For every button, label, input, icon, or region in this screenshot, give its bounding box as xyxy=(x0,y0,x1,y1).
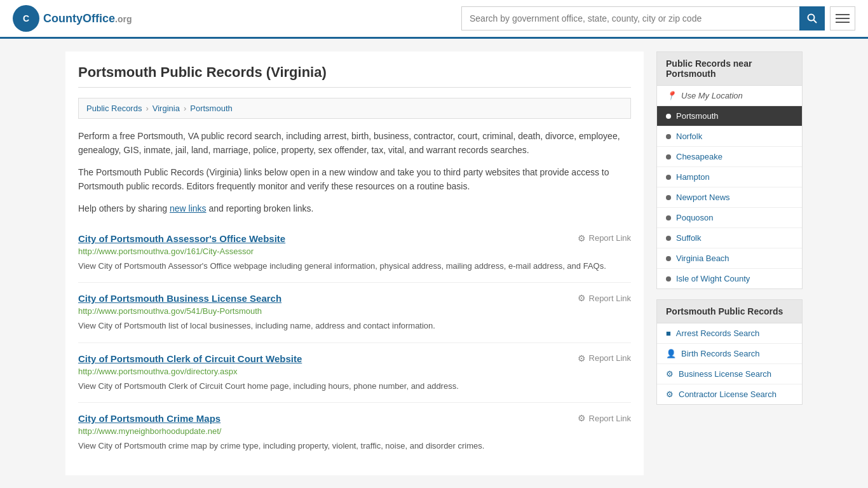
record-item: City of Portsmouth Crime Maps ⚙ Report L… xyxy=(78,403,631,463)
report-icon-1: ⚙ xyxy=(578,293,586,303)
record-title-1[interactable]: City of Portsmouth Business License Sear… xyxy=(78,293,281,304)
sidebar-nearby-isle-of-wight-county[interactable]: Isle of Wight County xyxy=(657,269,802,288)
nearby-header: Public Records near Portsmouth xyxy=(657,52,802,86)
search-button[interactable] xyxy=(799,6,825,30)
report-icon-3: ⚙ xyxy=(578,413,586,423)
records-container: City of Portsmouth Assessor's Office Web… xyxy=(78,223,631,463)
sidebar-records: ■ Arrest Records Search 👤 Birth Records … xyxy=(657,323,802,404)
sidebar-record-icon-0: ■ xyxy=(666,329,671,338)
sidebar-dot-icon xyxy=(666,154,671,159)
sidebar-nearby-label: Newport News xyxy=(676,193,730,202)
record-url-2[interactable]: http://www.portsmouthva.gov/directory.as… xyxy=(78,367,631,376)
svg-line-3 xyxy=(814,20,817,24)
sidebar-record-birth-records-search[interactable]: 👤 Birth Records Search xyxy=(657,344,802,364)
hamburger-icon xyxy=(836,14,850,23)
search-icon xyxy=(807,13,817,24)
sidebar-nearby-label: Norfolk xyxy=(676,132,702,141)
location-pin-icon: 📍 xyxy=(666,91,676,100)
record-url-1[interactable]: http://www.portsmouthva.gov/541/Buy-Port… xyxy=(78,306,631,316)
svg-text:C: C xyxy=(23,13,29,24)
sidebar-nearby-label: Isle of Wight County xyxy=(676,274,750,283)
sidebar-dot-icon xyxy=(666,276,671,281)
sidebar-record-contractor-license-search[interactable]: ⚙ Contractor License Search xyxy=(657,384,802,404)
search-input[interactable] xyxy=(461,6,799,30)
content-area: Portsmouth Public Records (Virginia) Pub… xyxy=(65,51,644,475)
record-url-0[interactable]: http://www.portsmouthva.gov/161/City-Ass… xyxy=(78,247,631,256)
nearby-section: Public Records near Portsmouth 📍 Use My … xyxy=(656,51,803,289)
breadcrumb-link-virginia[interactable]: Virginia xyxy=(153,104,180,113)
nearby-items: PortsmouthNorfolkChesapeakeHamptonNewpor… xyxy=(657,106,802,288)
report-link-2[interactable]: ⚙ Report Link xyxy=(578,353,631,363)
use-my-location[interactable]: 📍 Use My Location xyxy=(657,86,802,106)
report-link-0[interactable]: ⚙ Report Link xyxy=(578,233,631,243)
report-icon-2: ⚙ xyxy=(578,353,586,363)
sidebar-dot-icon xyxy=(666,175,671,180)
sidebar-dot-icon xyxy=(666,114,671,119)
record-url-3[interactable]: http://www.myneighborhoodupdate.net/ xyxy=(78,426,631,436)
new-links-link[interactable]: new links xyxy=(170,203,207,214)
sidebar-dot-icon xyxy=(666,256,671,261)
sidebar-nearby-portsmouth[interactable]: Portsmouth xyxy=(657,106,802,126)
site-header: C CountyOffice.org xyxy=(0,0,868,39)
sidebar-nearby-label: Portsmouth xyxy=(676,111,718,121)
sidebar-nearby-hampton[interactable]: Hampton xyxy=(657,167,802,187)
record-title-3[interactable]: City of Portsmouth Crime Maps xyxy=(78,413,220,424)
record-title-2[interactable]: City of Portsmouth Clerk of Circuit Cour… xyxy=(78,353,302,364)
sidebar-dot-icon xyxy=(666,195,671,200)
breadcrumb-sep-1: › xyxy=(146,104,148,113)
sidebar-record-business-license-search[interactable]: ⚙ Business License Search xyxy=(657,364,802,384)
record-desc-3: View City of Portsmouth crime map by cri… xyxy=(78,440,631,452)
sidebar-dot-icon xyxy=(666,236,671,241)
description-1: Perform a free Portsmouth, VA public rec… xyxy=(78,129,631,158)
record-item: City of Portsmouth Business License Sear… xyxy=(78,283,631,343)
sidebar-dot-icon xyxy=(666,215,671,220)
breadcrumb-sep-2: › xyxy=(184,104,186,113)
description-2: The Portsmouth Public Records (Virginia)… xyxy=(78,165,631,194)
sidebar-record-label-1: Birth Records Search xyxy=(681,349,760,358)
sidebar-record-label-2: Business License Search xyxy=(679,369,771,379)
sidebar-nearby-label: Virginia Beach xyxy=(676,254,729,263)
sidebar: Public Records near Portsmouth 📍 Use My … xyxy=(656,51,803,475)
sidebar-nearby-virginia-beach[interactable]: Virginia Beach xyxy=(657,248,802,269)
sidebar-record-icon-2: ⚙ xyxy=(666,369,674,379)
record-desc-0: View City of Portsmouth Assessor's Offic… xyxy=(78,260,631,273)
report-link-1[interactable]: ⚙ Report Link xyxy=(578,293,631,303)
records-section-header: Portsmouth Public Records xyxy=(657,300,802,323)
sidebar-nearby-label: Chesapeake xyxy=(676,152,722,161)
record-desc-2: View City of Portsmouth Clerk of Circuit… xyxy=(78,380,631,393)
site-logo[interactable]: C CountyOffice.org xyxy=(13,5,132,32)
svg-point-2 xyxy=(808,15,815,21)
record-title-0[interactable]: City of Portsmouth Assessor's Office Web… xyxy=(78,233,285,244)
sidebar-record-icon-3: ⚙ xyxy=(666,390,674,399)
sidebar-nearby-label: Hampton xyxy=(676,172,710,182)
report-icon-0: ⚙ xyxy=(578,233,586,243)
page-title: Portsmouth Public Records (Virginia) xyxy=(78,64,631,88)
menu-button[interactable] xyxy=(830,6,855,30)
report-link-3[interactable]: ⚙ Report Link xyxy=(578,413,631,423)
sidebar-nearby-norfolk[interactable]: Norfolk xyxy=(657,126,802,147)
record-desc-1: View City of Portsmouth list of local bu… xyxy=(78,320,631,332)
record-item: City of Portsmouth Assessor's Office Web… xyxy=(78,223,631,283)
search-area xyxy=(461,6,855,30)
breadcrumb-link-public-records[interactable]: Public Records xyxy=(86,104,142,113)
description-3: Help others by sharing new links and rep… xyxy=(78,201,631,215)
breadcrumb: Public Records › Virginia › Portsmouth xyxy=(78,98,631,119)
sidebar-nearby-label: Suffolk xyxy=(676,233,702,243)
sidebar-record-label-3: Contractor License Search xyxy=(679,390,776,399)
records-section: Portsmouth Public Records ■ Arrest Recor… xyxy=(656,299,803,405)
main-container: Portsmouth Public Records (Virginia) Pub… xyxy=(53,39,815,488)
sidebar-dot-icon xyxy=(666,134,671,139)
sidebar-record-arrest-records-search[interactable]: ■ Arrest Records Search xyxy=(657,323,802,344)
sidebar-nearby-newport-news[interactable]: Newport News xyxy=(657,187,802,208)
logo-icon: C xyxy=(13,5,39,32)
sidebar-nearby-chesapeake[interactable]: Chesapeake xyxy=(657,147,802,167)
breadcrumb-link-portsmouth[interactable]: Portsmouth xyxy=(190,104,232,113)
sidebar-record-label-0: Arrest Records Search xyxy=(676,329,760,338)
sidebar-record-icon-1: 👤 xyxy=(666,349,676,358)
sidebar-nearby-suffolk[interactable]: Suffolk xyxy=(657,228,802,248)
sidebar-nearby-label: Poquoson xyxy=(676,213,714,222)
logo-text: CountyOffice.org xyxy=(43,12,132,25)
sidebar-nearby-poquoson[interactable]: Poquoson xyxy=(657,208,802,228)
record-item: City of Portsmouth Clerk of Circuit Cour… xyxy=(78,343,631,403)
